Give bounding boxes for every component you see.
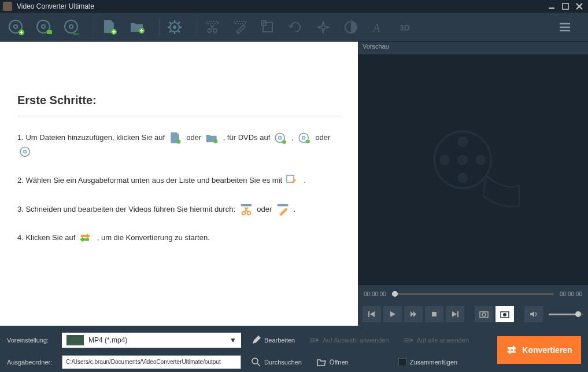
preview-canvas xyxy=(358,54,588,285)
svg-text:A: A xyxy=(372,21,380,34)
minimize-button[interactable] xyxy=(546,2,557,11)
svg-marker-71 xyxy=(411,311,413,317)
preset-dropdown[interactable]: MP4 (*.mp4) ▼ xyxy=(62,333,241,348)
watermark-button[interactable]: A xyxy=(368,17,389,38)
svg-line-30 xyxy=(178,22,180,24)
svg-point-5 xyxy=(14,25,17,28)
add-folder-button[interactable] xyxy=(127,17,147,38)
svg-point-12 xyxy=(65,20,77,33)
edit-preset-icon xyxy=(286,174,301,188)
svg-marker-70 xyxy=(390,311,395,317)
svg-rect-73 xyxy=(432,312,437,316)
svg-line-90 xyxy=(257,363,260,366)
add-disc-button[interactable] xyxy=(6,17,27,38)
toolbar-separator xyxy=(159,18,160,36)
titlebar: Video Converter Ultimate xyxy=(0,0,588,13)
svg-point-49 xyxy=(282,140,286,143)
time-total: 00:00:00 xyxy=(560,291,582,297)
svg-point-65 xyxy=(457,172,468,183)
svg-rect-11 xyxy=(47,30,52,34)
svg-point-79 xyxy=(503,313,506,316)
disc-ifo-icon xyxy=(19,145,34,159)
svg-marker-74 xyxy=(452,311,457,317)
svg-point-53 xyxy=(20,147,29,156)
add-file-button[interactable] xyxy=(99,17,120,38)
edit-video-button[interactable] xyxy=(230,17,250,38)
film-reel-icon xyxy=(421,124,525,216)
maximize-button[interactable] xyxy=(560,2,571,11)
svg-line-28 xyxy=(178,31,180,32)
edit-preset-button[interactable]: Bearbeiten xyxy=(247,336,299,345)
merge-checkbox-row[interactable]: Zusammenfügen xyxy=(394,358,463,366)
cut-button[interactable] xyxy=(202,17,223,38)
preview-header: Vorschau xyxy=(358,42,588,54)
svg-text:3D: 3D xyxy=(400,23,410,32)
merge-checkbox[interactable] xyxy=(398,358,406,366)
snapshot-folder-button[interactable] xyxy=(495,306,514,322)
preset-value: MP4 (*.mp4) xyxy=(88,336,127,344)
svg-rect-75 xyxy=(457,311,458,317)
crop-button[interactable] xyxy=(257,17,278,38)
svg-point-51 xyxy=(302,136,305,139)
svg-line-29 xyxy=(169,31,171,32)
file-list-pane: Erste Schritte: 1. Um Dateien hinzuzufüg… xyxy=(0,42,358,326)
svg-rect-31 xyxy=(206,21,218,24)
3d-button[interactable]: 3D xyxy=(396,17,417,38)
folder-open-icon xyxy=(317,358,326,366)
add-disc-ifo-button[interactable]: IFO xyxy=(61,17,82,38)
menu-button[interactable] xyxy=(554,17,575,38)
dropdown-arrow-icon: ▼ xyxy=(230,336,236,344)
browse-button[interactable]: Durchsuchen xyxy=(247,358,306,367)
svg-point-48 xyxy=(279,136,282,139)
content-area: Erste Schritte: 1. Um Dateien hinzuzufüg… xyxy=(0,42,588,326)
file-plus-icon xyxy=(168,131,183,145)
volume-button[interactable] xyxy=(524,306,543,322)
step-button[interactable] xyxy=(404,306,423,322)
svg-marker-69 xyxy=(370,311,375,317)
stop-button[interactable] xyxy=(425,306,443,322)
svg-point-89 xyxy=(252,358,258,364)
prev-button[interactable] xyxy=(363,306,381,322)
contrast-button[interactable] xyxy=(341,17,361,38)
time-current: 00:00:00 xyxy=(364,291,386,297)
svg-marker-88 xyxy=(411,338,413,342)
svg-marker-72 xyxy=(413,311,416,317)
timeline[interactable]: 00:00:00 00:00:00 xyxy=(358,285,588,303)
volume-slider[interactable] xyxy=(549,314,583,315)
step-2: 2. Wählen Sie ein Ausgabeformat unten au… xyxy=(17,174,341,188)
add-disc-folder-button[interactable] xyxy=(34,17,54,38)
close-button[interactable] xyxy=(574,2,585,11)
search-icon xyxy=(252,358,261,367)
play-button[interactable] xyxy=(383,306,402,322)
bottom-bar: Voreinstellung: MP4 (*.mp4) ▼ Bearbeiten… xyxy=(0,326,588,372)
step-1: 1. Um Dateien hinzuzufügen, klicken Sie … xyxy=(17,131,341,159)
svg-point-66 xyxy=(439,154,450,165)
disc-plus-icon xyxy=(273,131,289,145)
svg-point-64 xyxy=(457,137,468,147)
timeline-track[interactable] xyxy=(392,293,554,295)
convert-icon xyxy=(79,231,94,245)
snapshot-button[interactable] xyxy=(475,306,493,322)
apply-all-button: Auf alle anwenden xyxy=(400,337,474,344)
svg-point-10 xyxy=(42,25,45,28)
getting-started-title: Erste Schritte: xyxy=(17,94,341,107)
pencil-icon xyxy=(252,336,261,345)
preset-label: Voreinstellung: xyxy=(7,337,56,344)
apply-icon xyxy=(310,337,319,344)
next-button[interactable] xyxy=(446,306,464,322)
app-title: Video Converter Ultimate xyxy=(17,2,543,10)
svg-line-27 xyxy=(169,22,171,24)
svg-marker-84 xyxy=(316,338,319,342)
convert-button[interactable]: Konvertieren xyxy=(497,336,581,364)
output-folder-input[interactable]: C:/Users/c.braun/Documents/VideoConverte… xyxy=(62,355,241,369)
settings-button[interactable] xyxy=(164,17,185,38)
preview-pane: Vorschau 00:00:00 00:00:00 xyxy=(358,42,588,326)
open-folder-button[interactable]: Öffnen xyxy=(312,358,353,366)
main-toolbar: IFO A 3D xyxy=(0,13,588,42)
enhance-button[interactable] xyxy=(313,17,334,38)
rotate-button[interactable] xyxy=(285,17,306,38)
cut-icon xyxy=(239,202,254,216)
svg-point-13 xyxy=(69,25,73,28)
step-3: 3. Schneiden und bearbeiten der Videos f… xyxy=(17,202,341,217)
svg-rect-68 xyxy=(368,311,369,317)
